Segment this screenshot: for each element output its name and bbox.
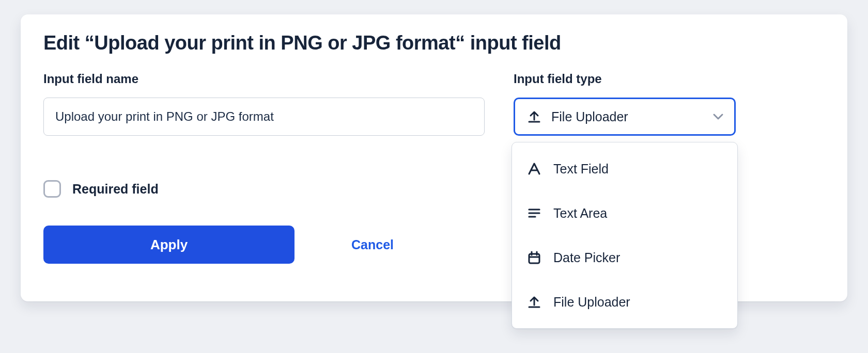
input-name-label: Input field name: [43, 72, 485, 86]
text-lines-icon: [526, 206, 542, 220]
menu-option-text-field[interactable]: Text Field: [512, 147, 737, 191]
edit-input-field-modal: Edit “Upload your print in PNG or JPG fo…: [21, 14, 847, 301]
input-type-select[interactable]: File Uploader: [514, 98, 736, 136]
menu-option-label: Text Field: [553, 162, 609, 176]
menu-option-text-area[interactable]: Text Area: [512, 191, 737, 235]
menu-option-file-uploader[interactable]: File Uploader: [512, 280, 737, 324]
menu-option-label: Date Picker: [553, 250, 620, 265]
input-name-field[interactable]: [43, 98, 485, 136]
menu-option-label: Text Area: [553, 206, 607, 221]
required-checkbox[interactable]: [43, 180, 61, 198]
calendar-icon: [526, 250, 542, 265]
input-type-label: Input field type: [514, 72, 736, 86]
input-type-menu: Text Field Text Area Date Picker: [512, 142, 738, 329]
required-label: Required field: [72, 182, 159, 197]
menu-option-label: File Uploader: [553, 295, 630, 310]
upload-icon: [526, 109, 542, 124]
upload-icon: [526, 295, 542, 309]
apply-button[interactable]: Apply: [43, 226, 295, 264]
cancel-button[interactable]: Cancel: [315, 237, 430, 252]
input-type-selected-label: File Uploader: [551, 109, 702, 124]
text-a-icon: [526, 162, 542, 176]
chevron-down-icon: [711, 110, 725, 123]
modal-title: Edit “Upload your print in PNG or JPG fo…: [43, 32, 825, 54]
menu-option-date-picker[interactable]: Date Picker: [512, 235, 737, 280]
